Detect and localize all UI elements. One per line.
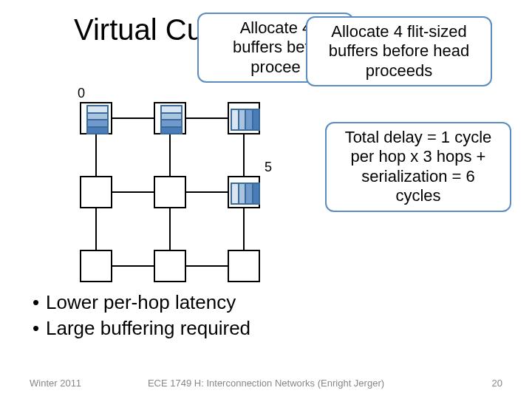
mesh-link <box>112 191 154 193</box>
flit-bands-vert <box>160 105 183 134</box>
flit <box>87 127 108 134</box>
flit <box>253 109 260 130</box>
mesh-link <box>169 208 171 250</box>
flit <box>231 183 239 204</box>
flit <box>87 106 108 113</box>
bullet-item: • Large buffering required <box>33 316 250 341</box>
flit-bands-vert <box>86 105 109 134</box>
footer-center: ECE 1749 H: Interconnection Networks (En… <box>0 378 532 389</box>
mesh-link <box>112 117 154 119</box>
node-7 <box>154 250 186 282</box>
bullet-text: Large buffering required <box>46 316 250 341</box>
callout-delay: Total delay = 1 cycle per hop x 3 hops +… <box>325 122 511 212</box>
flit <box>239 109 246 130</box>
flit <box>231 109 239 130</box>
flit <box>161 127 182 134</box>
mesh-link <box>243 134 245 176</box>
bullet-item: • Lower per-hop latency <box>33 290 250 316</box>
callout-front: Allocate 4 flit-sized buffers before hea… <box>306 16 492 86</box>
flit <box>161 113 182 120</box>
node-label-0: 0 <box>78 86 85 101</box>
node-3 <box>80 176 112 208</box>
flit-bands-horiz <box>231 109 260 131</box>
bullet-text: Lower per-hop latency <box>46 290 236 316</box>
mesh-link <box>186 117 228 119</box>
mesh-link <box>95 134 97 176</box>
flit <box>87 113 108 120</box>
flit <box>161 120 182 127</box>
flit <box>87 120 108 127</box>
node-1 <box>154 102 186 134</box>
flit <box>245 183 253 204</box>
mesh-link <box>186 265 228 267</box>
mesh-link <box>186 191 228 193</box>
node-label-5: 5 <box>265 160 272 175</box>
flit <box>253 183 260 204</box>
footer-right: 20 <box>492 378 502 389</box>
bullet-dot-icon: • <box>33 290 46 316</box>
flit-bands-horiz <box>231 183 260 205</box>
bullet-list: • Lower per-hop latency • Large bufferin… <box>33 290 250 341</box>
bullet-dot-icon: • <box>33 316 46 341</box>
node-2 <box>228 102 260 134</box>
node-0 <box>80 102 112 134</box>
node-8 <box>228 250 260 282</box>
flit <box>239 183 246 204</box>
node-4 <box>154 176 186 208</box>
node-6 <box>80 250 112 282</box>
mesh-link <box>169 134 171 176</box>
mesh-link <box>95 208 97 250</box>
svg-marker-1 <box>296 163 328 185</box>
mesh-link <box>243 208 245 250</box>
slide-title: Virtual Cu <box>74 13 203 47</box>
node-5 <box>228 176 260 208</box>
mesh-link <box>112 265 154 267</box>
flit <box>245 109 253 130</box>
flit <box>161 106 182 113</box>
